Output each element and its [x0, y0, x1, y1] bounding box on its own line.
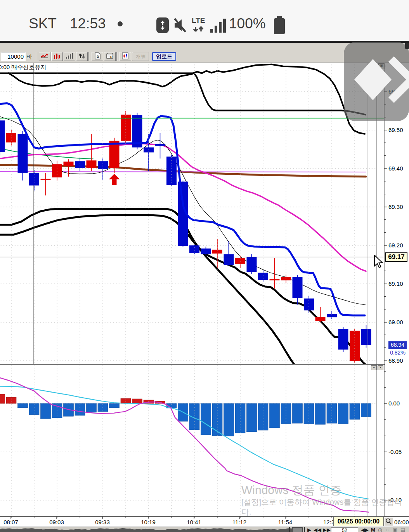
clock-icon[interactable]: ◷ — [378, 527, 382, 532]
crosshair-price-label: 69.17 — [385, 252, 407, 262]
candle-body — [18, 134, 28, 173]
y-axis-label: 69.50 — [388, 127, 403, 133]
list-icon[interactable]: ▤ — [400, 527, 405, 532]
candle-body — [361, 329, 371, 345]
clipped-time-label: 12:2 — [323, 519, 334, 525]
sort-arrows-button[interactable] — [76, 52, 88, 61]
marker-icon[interactable]: M — [371, 527, 375, 532]
indicator-close-button[interactable]: × — [378, 365, 383, 370]
candle-body — [64, 162, 74, 166]
watermark-line: 다. — [241, 507, 402, 517]
next-session-label: 06:00 — [394, 519, 409, 525]
bar-count-input[interactable] — [1, 52, 26, 61]
pattern-bars-button[interactable] — [51, 52, 63, 61]
candle-report-button[interactable] — [120, 52, 131, 61]
svg-text:R: R — [110, 55, 113, 59]
candle-body — [224, 254, 234, 265]
document-d-icon: D — [93, 54, 102, 61]
sort-arrows-icon — [78, 54, 86, 61]
osc-histogram-bar — [132, 399, 142, 403]
screen-r-button[interactable]: R — [104, 52, 116, 61]
osc-histogram-bar — [315, 403, 326, 424]
candle-body — [87, 160, 97, 168]
svg-text:D: D — [97, 55, 99, 59]
navigator-thumb[interactable] — [292, 527, 303, 532]
candle-body — [52, 164, 62, 177]
y-axis-label: 69.30 — [388, 203, 403, 210]
navigator-position-input[interactable]: 52 — [331, 527, 358, 532]
osc-histogram-bar — [235, 403, 245, 433]
last-price-badge: 68.94 — [388, 341, 407, 349]
candle-body — [270, 279, 280, 280]
battery-percent-label: 100% — [229, 16, 266, 32]
chevron-right-icon — [391, 59, 409, 100]
signal-line-button[interactable] — [39, 52, 50, 61]
navigator-handle-right[interactable] — [304, 527, 305, 532]
volume-bars-icon — [65, 54, 74, 61]
floating-nav-overlay[interactable] — [344, 42, 409, 121]
watermark-line: [설정]으로 이동하여 Windows를 정품 인증합니 — [241, 497, 402, 507]
osc-cyan-line — [0, 386, 369, 499]
candle-body — [350, 331, 360, 361]
fast-forward-button[interactable]: ▶▶ — [323, 527, 331, 532]
buy-signal-arrow-icon — [109, 174, 120, 179]
magnifier-icon — [385, 518, 393, 526]
osc-histogram-bar — [224, 403, 234, 436]
y-axis-label: 69.10 — [388, 280, 403, 287]
osc-histogram-bar — [361, 403, 371, 417]
time-search-button[interactable] — [384, 517, 393, 526]
navigator-handle-left[interactable] — [289, 527, 290, 532]
y-axis-label: 69.20 — [388, 242, 403, 249]
osc-histogram-bar — [201, 403, 211, 435]
clipped-corner-button — [405, 43, 409, 49]
individual-button[interactable]: 개별 — [133, 52, 149, 61]
screen-r-icon: R — [106, 54, 114, 61]
pattern-bars-icon — [53, 54, 61, 61]
status-bar: SKT 12:53 LTE 100% — [0, 0, 409, 41]
candle-report-icon — [121, 54, 130, 61]
battery-icon — [273, 16, 286, 35]
upload-button[interactable]: 업로드 — [152, 52, 176, 61]
navigator-waveform — [0, 527, 307, 532]
diamond-icon — [354, 59, 392, 100]
osc-histogram-bar — [270, 403, 280, 428]
volume-bars-button[interactable] — [64, 52, 75, 61]
step-icons[interactable]: ◀▶ — [361, 527, 369, 532]
play-button[interactable]: ▶ — [307, 527, 311, 532]
candle-body — [0, 120, 5, 152]
grid-icon[interactable]: ▣ — [393, 527, 397, 532]
change-percent-label: 0.82% — [388, 349, 407, 356]
band-upper-inner-line — [9, 73, 366, 115]
candle-body — [6, 133, 16, 143]
circle-icon[interactable]: ○ — [386, 527, 389, 532]
indicator-minimize-button[interactable]: − — [371, 365, 377, 370]
candle-body — [109, 141, 120, 168]
bar-unit-label: 바 — [26, 53, 32, 61]
osc-histogram-bar — [18, 403, 28, 408]
carrier-label: SKT — [29, 16, 57, 32]
candle-body — [247, 257, 257, 272]
osc-histogram-bar — [0, 394, 5, 403]
toolbar-separator — [88, 52, 90, 61]
y-axis-label: 69.40 — [388, 165, 403, 172]
rewind-button[interactable]: ◀◀ — [314, 527, 321, 532]
signal-icon — [210, 18, 227, 33]
watermark-line: Windows 정품 인증 — [241, 483, 402, 497]
clock-label: 12:53 — [70, 16, 106, 32]
toolbar-separator — [36, 52, 37, 61]
y-axis-label: 0.00 — [388, 400, 400, 407]
band-lower-outer-line — [0, 215, 296, 368]
candle-body — [212, 250, 222, 254]
session-start-box: 06/25 00:00:00 — [333, 517, 384, 526]
band-upper-outer-line — [0, 64, 365, 134]
document-d-button[interactable]: D — [92, 52, 103, 61]
osc-histogram-bar — [293, 403, 303, 423]
osc-histogram-bar — [109, 403, 120, 408]
data-saver-icon — [156, 17, 169, 34]
chart-navigator[interactable]: ▶ ◀◀ ▶▶ 52 ◀▶ M ◷ ○ ▣ ▤ — [0, 527, 409, 532]
lte-icon: LTE — [191, 16, 208, 35]
mute-icon — [172, 17, 188, 34]
buy-signal-status-label: 0:00 매수신호유지 — [0, 64, 46, 71]
notification-dot-icon — [118, 21, 123, 26]
candle-body — [293, 277, 303, 298]
